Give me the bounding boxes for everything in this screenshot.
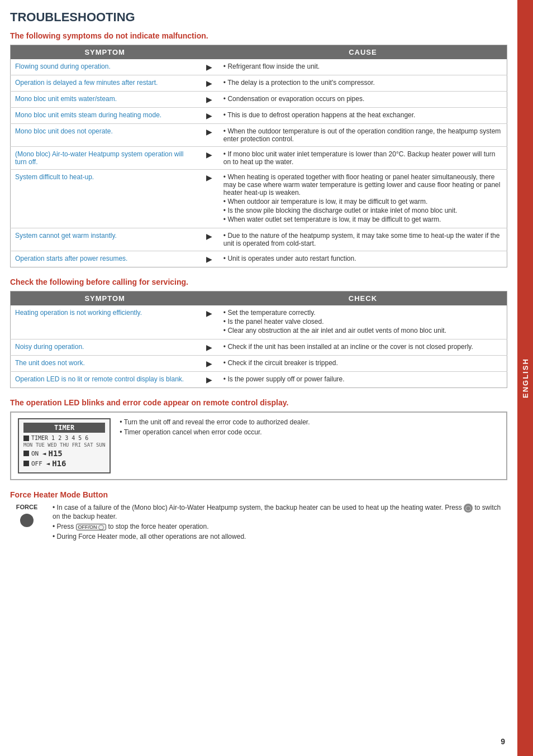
timer-text: • Turn the unit off and reveal the error… xyxy=(120,418,310,438)
force-heater-text: In case of a failure of the (Mono bloc) … xyxy=(53,504,507,543)
cause-cell: • Refrigerant flow inside the unit. xyxy=(219,59,507,75)
force-bullet-item: Press OFF/ON ◯ to stop the force heater … xyxy=(53,523,507,530)
arrow-cell: ▶ xyxy=(199,75,219,92)
cause-item: When outdoor air temperature is low, it … xyxy=(223,198,502,205)
cause-cell: When heating is operated together with f… xyxy=(219,170,507,228)
force-icon: ◯ xyxy=(464,504,473,513)
symptom-cell: Mono bloc unit emits steam during heatin… xyxy=(11,108,199,124)
arrow-cell: ▶ xyxy=(199,147,219,170)
force-bullet-item: In case of a failure of the (Mono bloc) … xyxy=(53,504,507,520)
check-item: Set the temperature correctly. xyxy=(223,309,502,317)
cause-item: Is the snow pile blocking the discharge … xyxy=(223,207,502,214)
timer-label: TIMER xyxy=(23,423,105,433)
symptom-cell: Flowing sound during operation. xyxy=(11,59,199,75)
force-bullet-item: During Force Heater mode, all other oper… xyxy=(53,533,507,540)
arrow-cell: ▶ xyxy=(199,59,219,75)
symptom-cell: Operation is delayed a few minutes after… xyxy=(11,75,199,92)
timer-line1: TIMER 1 2 3 4 5 6 xyxy=(31,435,88,441)
check-header: CHECK xyxy=(219,291,507,306)
force-bullets: In case of a failure of the (Mono bloc) … xyxy=(53,504,507,540)
timer-on-val: H15 xyxy=(49,449,63,458)
arrow-cell: ▶ xyxy=(199,251,219,267)
check-item: Clear any obstruction at the air inlet a… xyxy=(223,327,502,334)
timer-off-val: H16 xyxy=(52,459,66,468)
timer-display: TIMER TIMER 1 2 3 4 5 6 MON TUE WED THU … xyxy=(18,418,111,473)
timer-on-label: ON ◄ xyxy=(31,450,46,457)
symptom-cell: System cannot get warm instantly. xyxy=(11,228,199,251)
arrow-cell: ▶ xyxy=(199,108,219,124)
symptoms-table: SYMPTOM CAUSE Flowing sound during opera… xyxy=(10,45,507,267)
timer-square1 xyxy=(23,436,29,441)
check-symptom-cell: The unit does not work. xyxy=(11,356,199,372)
cause-item: When water outlet set temperature is low… xyxy=(223,216,502,223)
symptom-cell: Operation starts after power resumes. xyxy=(11,251,199,267)
arrow-cell: ▶ xyxy=(199,170,219,228)
symptom-cell: System difficult to heat-up. xyxy=(11,170,199,228)
page-title: TROUBLESHOOTING xyxy=(10,10,507,25)
timer-on-row: ON ◄ H15 xyxy=(23,449,105,458)
check-item: Is the panel heater valve closed. xyxy=(223,318,502,326)
timer-off-label: OFF ◄ xyxy=(31,460,50,467)
arrow-cell: ▶ xyxy=(199,124,219,147)
timer-square3 xyxy=(23,461,29,466)
check-arrow-cell: ▶ xyxy=(199,305,219,339)
timer-bullet1: • Turn the unit off and reveal the error… xyxy=(120,418,310,426)
symptom-cell: Mono bloc unit does not operate. xyxy=(11,124,199,147)
cause-cell: • The delay is a protection to the unit'… xyxy=(219,75,507,92)
section4-heading: Force Heater Mode Button xyxy=(10,490,507,499)
sidebar-label: ENGLISH xyxy=(521,358,530,398)
section1-heading: The following symptoms do not indicate m… xyxy=(10,31,507,40)
cause-cell: • Due to the nature of the heatpump syst… xyxy=(219,228,507,251)
check-table: SYMPTOM CHECK Heating operation is not w… xyxy=(10,291,507,388)
cause-cell: • Unit is operates under auto restart fu… xyxy=(219,251,507,267)
check-cell: • Is the power supply off or power failu… xyxy=(219,372,507,388)
check-arrow-cell: ▶ xyxy=(199,339,219,356)
symptom-header: SYMPTOM xyxy=(11,45,199,60)
check-symptom-header: SYMPTOM xyxy=(11,291,199,306)
arrow-cell: ▶ xyxy=(199,228,219,251)
section2-heading: Check the following before calling for s… xyxy=(10,277,507,286)
sidebar-english: ENGLISH xyxy=(517,0,533,756)
cause-item: When heating is operated together with f… xyxy=(223,173,502,197)
arrow-cell: ▶ xyxy=(199,92,219,108)
check-symptom-cell: Heating operation is not working efficie… xyxy=(11,305,199,339)
days-row: MON TUE WED THU FRI SAT SUN xyxy=(23,442,105,448)
check-cell: • Check if the unit has been installed a… xyxy=(219,339,507,356)
check-symptom-cell: Noisy during operation. xyxy=(11,339,199,356)
check-symptom-cell: Operation LED is no lit or remote contro… xyxy=(11,372,199,388)
cause-cell: • This is due to defrost operation happe… xyxy=(219,108,507,124)
timer-bullet2: • Timer operation cancel when error code… xyxy=(120,428,310,436)
cause-cell: • Condensation or evaporation occurs on … xyxy=(219,92,507,108)
timer-off-row: OFF ◄ H16 xyxy=(23,459,105,468)
force-label-text: FORCE xyxy=(16,504,38,510)
check-arrow-cell: ▶ xyxy=(199,372,219,388)
page-number: 9 xyxy=(501,737,505,746)
check-cell: Set the temperature correctly.Is the pan… xyxy=(219,305,507,339)
timer-row1: TIMER 1 2 3 4 5 6 xyxy=(23,435,105,441)
force-label: FORCE xyxy=(10,504,44,527)
cause-header: CAUSE xyxy=(219,45,507,60)
symptom-cell: Mono bloc unit emits water/steam. xyxy=(11,92,199,108)
off-on-icon: OFF/ON ◯ xyxy=(76,524,107,530)
timer-box: TIMER TIMER 1 2 3 4 5 6 MON TUE WED THU … xyxy=(10,412,507,480)
section3-heading: The operation LED blinks and error code … xyxy=(10,398,507,407)
check-arrow-cell: ▶ xyxy=(199,356,219,372)
timer-square2 xyxy=(23,451,29,456)
cause-cell: • If mono bloc unit water inlet temperat… xyxy=(219,147,507,170)
force-circle-icon xyxy=(20,514,34,527)
cause-cell: • When the outdoor temperature is out of… xyxy=(219,124,507,147)
force-heater-section: FORCE In case of a failure of the (Mono … xyxy=(10,504,507,543)
check-cell: • Check if the circuit breaker is trippe… xyxy=(219,356,507,372)
symptom-cell: (Mono bloc) Air-to-water Heatpump system… xyxy=(11,147,199,170)
